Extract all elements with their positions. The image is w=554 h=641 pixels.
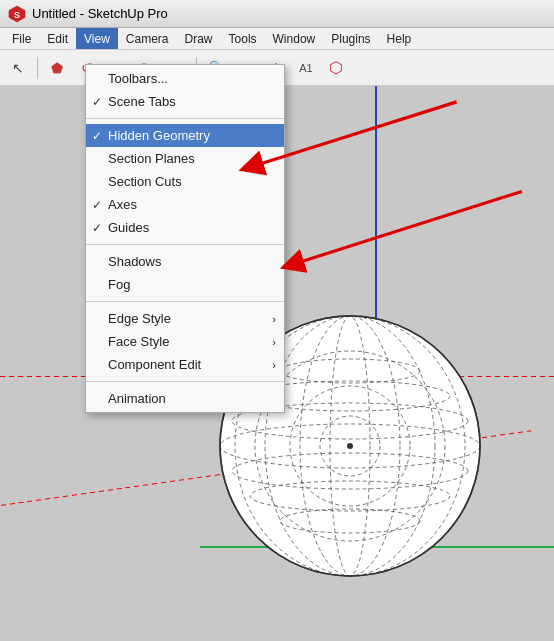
- menu-view[interactable]: View: [76, 28, 118, 49]
- menu-item-hidden-geometry[interactable]: ✓ Hidden Geometry: [86, 124, 284, 147]
- menu-file[interactable]: File: [4, 28, 39, 49]
- fog-check: [92, 278, 95, 292]
- component-edit-arrow: ›: [252, 359, 276, 371]
- menu-bar: File Edit View Camera Draw Tools Window …: [0, 28, 554, 50]
- menu-item-edge-style[interactable]: Edge Style ›: [86, 307, 284, 330]
- svg-point-15: [347, 443, 353, 449]
- scene-tabs-check: ✓: [92, 95, 102, 109]
- face-style-arrow: ›: [252, 336, 276, 348]
- menu-section-5: Animation: [86, 385, 284, 412]
- axes-check: ✓: [92, 198, 102, 212]
- svg-line-22: [292, 191, 522, 264]
- menu-item-shadows[interactable]: Shadows: [86, 250, 284, 273]
- menu-divider-3: [86, 301, 284, 302]
- menu-item-animation[interactable]: Animation: [86, 387, 284, 410]
- menu-divider-2: [86, 244, 284, 245]
- toolbar-separator-1: [37, 57, 38, 79]
- menu-divider-1: [86, 118, 284, 119]
- face-style-check: [92, 335, 95, 349]
- section-cuts-check: [92, 175, 95, 189]
- menu-tools[interactable]: Tools: [221, 28, 265, 49]
- menu-item-axes[interactable]: ✓ Axes: [86, 193, 284, 216]
- menu-section-1: Toolbars... ✓ Scene Tabs: [86, 65, 284, 115]
- orbit-tool[interactable]: ⬟: [43, 54, 71, 82]
- menu-section-3: Shadows Fog: [86, 248, 284, 298]
- svg-text:S: S: [14, 10, 20, 20]
- menu-section-4: Edge Style › Face Style › Component Edit…: [86, 305, 284, 378]
- menu-plugins[interactable]: Plugins: [323, 28, 378, 49]
- hidden-geometry-check: ✓: [92, 129, 102, 143]
- edge-style-arrow: ›: [252, 313, 276, 325]
- menu-item-section-planes[interactable]: Section Planes: [86, 147, 284, 170]
- tool-10[interactable]: ⬡: [322, 54, 350, 82]
- edge-style-check: [92, 312, 95, 326]
- component-edit-check: [92, 358, 95, 372]
- menu-item-guides[interactable]: ✓ Guides: [86, 216, 284, 239]
- menu-draw[interactable]: Draw: [177, 28, 221, 49]
- window-title: Untitled - SketchUp Pro: [32, 6, 168, 21]
- guides-check: ✓: [92, 221, 102, 235]
- menu-section-2: ✓ Hidden Geometry Section Planes Section…: [86, 122, 284, 241]
- menu-divider-4: [86, 381, 284, 382]
- menu-item-face-style[interactable]: Face Style ›: [86, 330, 284, 353]
- shadows-check: [92, 255, 95, 269]
- menu-item-toolbars[interactable]: Toolbars...: [86, 67, 284, 90]
- menu-camera[interactable]: Camera: [118, 28, 177, 49]
- app-logo: S: [8, 5, 26, 23]
- menu-item-fog[interactable]: Fog: [86, 273, 284, 296]
- menu-help[interactable]: Help: [379, 28, 420, 49]
- animation-check: [92, 392, 95, 406]
- view-dropdown-menu: Toolbars... ✓ Scene Tabs ✓ Hidden Geomet…: [85, 64, 285, 413]
- menu-item-section-cuts[interactable]: Section Cuts: [86, 170, 284, 193]
- title-bar: S Untitled - SketchUp Pro: [0, 0, 554, 28]
- menu-window[interactable]: Window: [265, 28, 324, 49]
- menu-edit[interactable]: Edit: [39, 28, 76, 49]
- toolbars-check: [92, 72, 95, 86]
- menu-item-component-edit[interactable]: Component Edit ›: [86, 353, 284, 376]
- menu-item-scene-tabs[interactable]: ✓ Scene Tabs: [86, 90, 284, 113]
- tool-9[interactable]: A1: [292, 54, 320, 82]
- section-planes-check: [92, 152, 95, 166]
- select-tool[interactable]: ↖: [4, 54, 32, 82]
